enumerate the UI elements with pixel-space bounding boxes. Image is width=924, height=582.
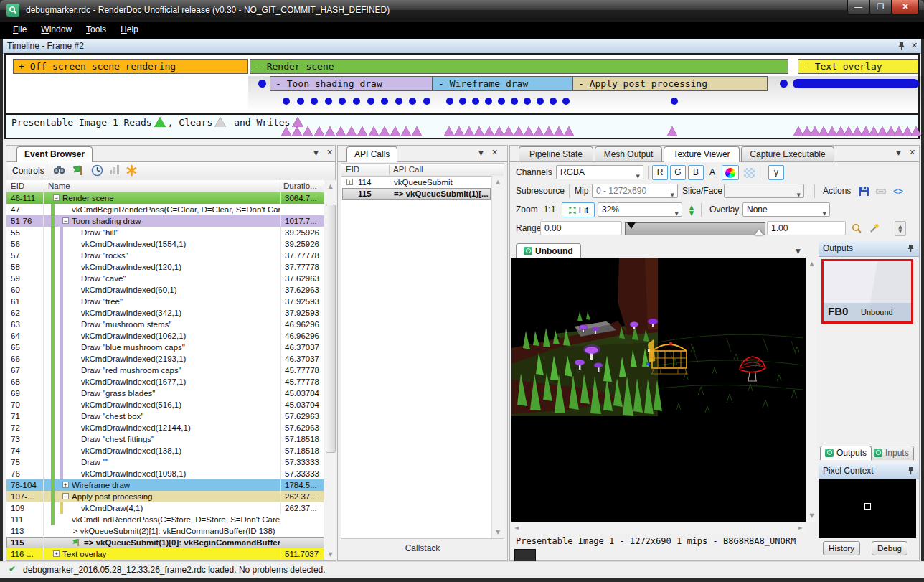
api-calls-header[interactable]: EID API Call (341, 164, 504, 177)
write-marker-triangle[interactable] (380, 126, 390, 136)
write-marker-triangle[interactable] (401, 126, 411, 136)
table-row[interactable]: 62vkCmdDrawIndexed(342,1)37.92593 (6, 307, 324, 319)
table-row[interactable]: 64vkCmdDrawIndexed(1062,1)46.96296 (6, 330, 324, 342)
dock-menu-icon[interactable]: ▼ (478, 149, 484, 156)
preview-dropdown-icon[interactable]: ▼ (796, 248, 801, 255)
draw-event-dot[interactable] (367, 98, 374, 105)
mip-select[interactable]: 0 - 1272x690▼ (592, 184, 678, 198)
draw-event-dot[interactable] (524, 98, 531, 105)
table-row[interactable]: 57Draw "rocks"37.77778 (6, 250, 324, 261)
close-icon[interactable]: ✕ (909, 148, 915, 157)
texture-image-canvas[interactable] (512, 258, 806, 522)
timeline-subsection[interactable]: - Apply post processing (572, 76, 768, 91)
draw-event-dot[interactable] (562, 98, 570, 105)
zoom-1to1-button[interactable]: 1:1 (540, 202, 559, 217)
range-black-handle[interactable] (627, 222, 636, 229)
table-row[interactable]: 68vkCmdDrawIndexed(1677,1)45.77778 (6, 376, 324, 388)
api-calls-list[interactable]: EID API Call +114vkQueueSubmit115=> vkQu… (341, 163, 504, 539)
draw-event-dot[interactable] (297, 98, 304, 105)
pin-icon[interactable] (908, 466, 914, 476)
tab-unbound[interactable]: Unbound (516, 243, 581, 258)
zoom-fit-button[interactable]: Fit (562, 202, 595, 217)
bookmark-flag-icon[interactable] (71, 164, 85, 177)
scroll-down-icon[interactable]: ▼ (806, 512, 817, 519)
write-marker-triangle[interactable] (314, 126, 324, 136)
table-row[interactable]: +114vkQueueSubmit (342, 177, 491, 188)
color-wheel-icon[interactable] (722, 165, 739, 180)
draw-event-dot[interactable] (459, 98, 466, 105)
scrollbar-thumb[interactable] (326, 205, 336, 453)
expand-icon[interactable]: + (53, 550, 60, 557)
slice-face-select[interactable]: ▼ (724, 184, 804, 198)
table-row[interactable]: 75Draw ""57.33333 (6, 456, 324, 468)
draw-event-dot[interactable] (550, 98, 557, 105)
scroll-up-icon[interactable]: ▲ (492, 179, 504, 185)
output-fb0-thumbnail[interactable]: FB0 Unbound (821, 259, 913, 324)
channel-g-button[interactable]: G (670, 165, 686, 180)
debug-button[interactable]: Debug (872, 541, 908, 555)
find-icon[interactable] (52, 164, 67, 177)
write-marker-triangle[interactable] (281, 126, 291, 136)
write-marker-triangle[interactable] (474, 126, 484, 136)
write-marker-triangle[interactable] (911, 126, 921, 136)
draw-event-dot[interactable] (537, 98, 544, 105)
write-marker-triangle[interactable] (667, 126, 677, 136)
tab-outputs[interactable]: Outputs (820, 446, 872, 460)
timeline-section[interactable]: - Text overlay (798, 59, 918, 74)
table-row[interactable]: 71Draw "chest box"57.62963 (6, 410, 324, 422)
draw-event-dot[interactable] (498, 98, 505, 105)
draw-event-dot[interactable] (423, 98, 430, 105)
save-icon[interactable] (856, 184, 872, 199)
close-icon[interactable]: ✕ (326, 148, 333, 157)
scroll-down-icon[interactable]: ▼ (324, 551, 336, 558)
dock-menu-icon[interactable]: ▼ (314, 149, 319, 156)
table-row[interactable]: 60vkCmdDrawIndexed(60,1)37.62963 (6, 284, 324, 296)
table-row[interactable]: 116-...+Text overlay511.7037 (6, 548, 324, 560)
draw-event-dot[interactable] (395, 98, 402, 105)
table-row[interactable]: 51-76−Toon shading draw1017.7... (6, 215, 324, 227)
timeline-section[interactable]: + Off-screen scene rendering (13, 59, 248, 74)
table-row[interactable]: 111vkCmdEndRenderPass(C=Store, D=Store, … (6, 514, 324, 525)
table-row[interactable]: 47vkCmdBeginRenderPass(C=Clear, D=Clear,… (6, 204, 324, 215)
draw-event-dot[interactable] (283, 98, 290, 105)
range-min-field[interactable]: 0.00 (540, 221, 622, 235)
alpha-checker-icon[interactable] (741, 165, 758, 180)
write-marker-triangle[interactable] (292, 126, 302, 136)
range-detail-toggle[interactable]: ▲▼ (895, 221, 906, 236)
table-row[interactable]: 58vkCmdDrawIndexed(120,1)37.77778 (6, 261, 324, 273)
write-marker-triangle[interactable] (564, 126, 574, 136)
event-browser-header[interactable]: EID Name Duratio... (6, 180, 324, 193)
collapse-icon[interactable]: − (62, 217, 69, 224)
history-button[interactable]: History (823, 541, 860, 555)
tab-capture-executable[interactable]: Capture Executable (741, 146, 834, 161)
close-icon[interactable]: ✕ (491, 148, 498, 157)
scroll-right-icon[interactable]: ► (798, 525, 803, 531)
gamma-button[interactable]: γ (768, 165, 784, 180)
menu-item-tools[interactable]: Tools (79, 22, 113, 37)
maximize-button[interactable]: ❐ (869, 0, 892, 15)
options-asterisk-icon[interactable] (124, 164, 138, 177)
write-marker-triangle[interactable] (412, 126, 422, 136)
write-marker-triangle[interactable] (514, 126, 524, 136)
text-overlay-events-pill[interactable] (793, 79, 919, 88)
zoom-percent-select[interactable]: 32%▼ (598, 202, 682, 217)
table-row[interactable]: 67Draw "red mushroom caps"45.77778 (6, 365, 324, 376)
range-slider[interactable] (625, 222, 765, 235)
tab-inputs[interactable]: Inputs (869, 446, 914, 460)
menu-item-window[interactable]: Window (34, 22, 79, 37)
channel-r-button[interactable]: R (652, 165, 668, 180)
timeline-subsection[interactable]: - Toon shading draw (270, 76, 433, 91)
flip-y-icon[interactable]: ▲▼ (685, 202, 698, 217)
table-row[interactable]: 59Draw "cave"37.62963 (6, 273, 324, 284)
tab-pipeline-state[interactable]: Pipeline State (519, 146, 593, 161)
tab-mesh-output[interactable]: Mesh Output (595, 146, 662, 161)
table-row[interactable]: 74vkCmdDrawIndexed(138,1)57.18518 (6, 445, 324, 456)
write-marker-triangle[interactable] (369, 126, 379, 136)
table-row[interactable]: 69Draw "grass blades"45.03704 (6, 388, 324, 399)
table-row[interactable]: 61Draw "tree"37.92593 (6, 296, 324, 307)
timeline-section[interactable]: - Render scene (250, 59, 788, 74)
table-row[interactable]: 56vkCmdDrawIndexed(1554,1)39.25926 (6, 238, 324, 250)
scroll-left-icon[interactable]: ◄ (514, 525, 519, 531)
dock-menu-icon[interactable]: ▼ (896, 149, 901, 156)
table-row[interactable]: 55Draw "hill"39.25926 (6, 227, 324, 238)
